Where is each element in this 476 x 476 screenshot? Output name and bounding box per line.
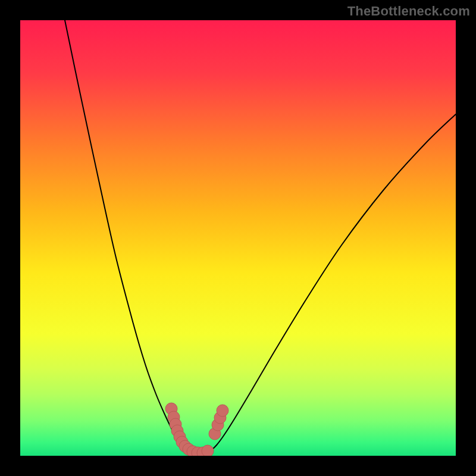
highlight-dot [217, 405, 228, 416]
gradient-background [20, 20, 456, 456]
highlight-dot [202, 445, 214, 456]
plot-area [20, 20, 456, 456]
outer-frame: TheBottleneck.com [0, 0, 476, 476]
watermark-text: TheBottleneck.com [347, 4, 470, 19]
chart-svg [20, 20, 456, 456]
